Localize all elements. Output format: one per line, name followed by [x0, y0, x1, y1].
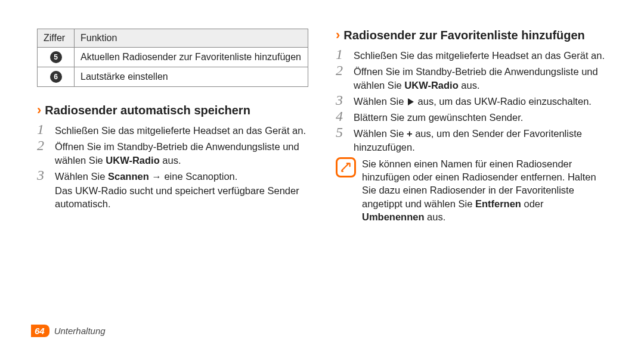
note-text: Sie können einen Namen für einen Radiose… [362, 157, 607, 223]
page-content: Ziffer Funktion 5 Aktuellen Radiosender … [0, 0, 644, 223]
footer-section-name: Unterhaltung [54, 326, 106, 336]
right-column: › Radiosender zur Favoritenliste hinzufü… [336, 29, 607, 223]
table-row: 5 Aktuellen Radiosender zur Favoritenlis… [38, 48, 308, 67]
list-item: 2 Öffnen Sie im Standby-Betrieb die Anwe… [336, 63, 607, 92]
step-number: 2 [37, 138, 49, 152]
list-item: 4 Blättern Sie zum gewünschten Sender. [336, 109, 607, 124]
step-text: Öffnen Sie im Standby-Betrieb die Anwend… [354, 63, 607, 92]
step-number: 2 [336, 63, 348, 77]
table-row: 6 Lautstärke einstellen [38, 67, 308, 87]
list-item: 3 Wählen Sie Scannen → eine Scanoption. … [37, 168, 308, 211]
section-title: Radiosender zur Favoritenliste hinzufüge… [343, 29, 585, 42]
list-item: 5 Wählen Sie + aus, um den Sender der Fa… [336, 125, 607, 154]
step-number: 1 [336, 47, 348, 61]
table-cell-desc: Lautstärke einstellen [75, 67, 308, 87]
list-item: 3 Wählen Sie aus, um das UKW-Radio einzu… [336, 93, 607, 108]
note-icon [336, 157, 356, 177]
section-heading-fav: › Radiosender zur Favoritenliste hinzufü… [336, 29, 607, 42]
step-number: 4 [336, 109, 348, 123]
step-subtext: Das UKW-Radio sucht und speichert verfüg… [55, 184, 308, 211]
step-text: Schließen Sie das mitgelieferte Headset … [354, 47, 607, 62]
note-box: Sie können einen Namen für einen Radiose… [336, 157, 607, 223]
chevron-right-icon: › [336, 29, 340, 42]
list-item: 1 Schließen Sie das mitgelieferte Headse… [336, 47, 607, 62]
play-icon [408, 98, 414, 105]
step-text: Schließen Sie das mitgelieferte Headset … [55, 122, 308, 137]
section-title: Radiosender automatisch speichern [45, 104, 250, 117]
function-table: Ziffer Funktion 5 Aktuellen Radiosender … [37, 29, 308, 87]
table-header-funktion: Funktion [75, 29, 308, 48]
step-number: 1 [37, 122, 49, 136]
circled-number-icon: 5 [50, 51, 62, 63]
list-item: 2 Öffnen Sie im Standby-Betrieb die Anwe… [37, 138, 308, 167]
chevron-right-icon: › [37, 104, 41, 117]
step-number: 3 [336, 93, 348, 107]
table-header-ziffer: Ziffer [38, 29, 75, 48]
step-text: Wählen Sie + aus, um den Sender der Favo… [354, 125, 607, 154]
section-heading-auto: › Radiosender automatisch speichern [37, 104, 308, 117]
circled-number-icon: 6 [50, 71, 62, 83]
step-text: Öffnen Sie im Standby-Betrieb die Anwend… [55, 138, 308, 167]
step-number: 5 [336, 125, 348, 139]
steps-fav: 1 Schließen Sie das mitgelieferte Headse… [336, 47, 607, 154]
step-text: Wählen Sie Scannen → eine Scanoption. Da… [55, 168, 308, 211]
list-item: 1 Schließen Sie das mitgelieferte Headse… [37, 122, 308, 137]
table-cell-desc: Aktuellen Radiosender zur Favoritenliste… [75, 48, 308, 67]
page-number: 64 [31, 325, 49, 337]
page-footer: 64 Unterhaltung [31, 325, 106, 337]
step-number: 3 [37, 168, 49, 182]
left-column: Ziffer Funktion 5 Aktuellen Radiosender … [37, 29, 308, 223]
step-text: Blättern Sie zum gewünschten Sender. [354, 109, 607, 124]
steps-auto: 1 Schließen Sie das mitgelieferte Headse… [37, 122, 308, 211]
step-text: Wählen Sie aus, um das UKW-Radio einzusc… [354, 93, 607, 108]
